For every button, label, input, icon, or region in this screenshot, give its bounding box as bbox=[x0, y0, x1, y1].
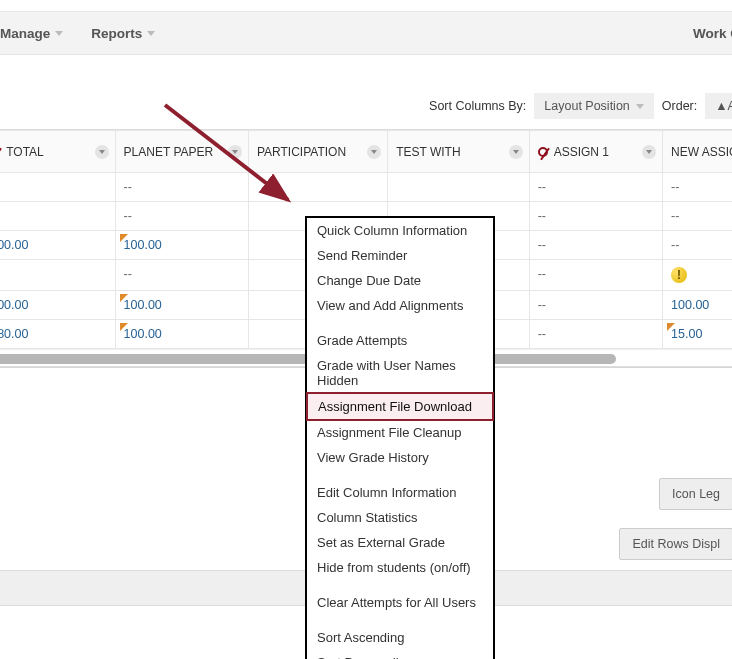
needs-grading-icon bbox=[120, 323, 128, 331]
grade-cell[interactable] bbox=[248, 173, 387, 202]
sort-controls: Sort Columns By: Layout Position Order: … bbox=[0, 55, 732, 129]
column-label: PARTICIPATION bbox=[257, 145, 346, 159]
column-header[interactable]: NEW ASSIGNMENT bbox=[663, 131, 732, 173]
menu-item[interactable]: Grade Attempts bbox=[307, 328, 493, 353]
column-header[interactable]: ASSIGN 1 bbox=[529, 131, 662, 173]
menu-item[interactable]: Assignment File Cleanup bbox=[307, 420, 493, 445]
grade-cell[interactable]: 100.00 bbox=[115, 231, 248, 260]
menu-item[interactable]: Send Reminder bbox=[307, 243, 493, 268]
grade-cell[interactable]: ! bbox=[663, 260, 732, 291]
order-label: Order: bbox=[662, 99, 697, 113]
grade-cell[interactable]: 15.00 bbox=[663, 320, 732, 349]
chevron-down-icon[interactable] bbox=[642, 145, 656, 159]
edit-rows-button[interactable]: Edit Rows Displ bbox=[619, 528, 732, 560]
menu-item[interactable]: Sort Ascending bbox=[307, 625, 493, 650]
column-label: TOTAL bbox=[6, 145, 44, 159]
needs-grading-icon bbox=[120, 294, 128, 302]
needs-grading-icon bbox=[667, 323, 675, 331]
grade-cell[interactable]: -- bbox=[663, 231, 732, 260]
grade-cell[interactable]: -- bbox=[0, 260, 115, 291]
column-context-menu: Quick Column InformationSend ReminderCha… bbox=[305, 216, 495, 659]
chevron-down-icon[interactable] bbox=[228, 145, 242, 159]
grade-cell[interactable]: -- bbox=[529, 291, 662, 320]
grade-cell[interactable]: 100.00 bbox=[663, 291, 732, 320]
graded-column-icon bbox=[538, 147, 548, 157]
grade-cell[interactable]: -- bbox=[529, 260, 662, 291]
grade-cell[interactable]: -- bbox=[115, 202, 248, 231]
chevron-down-icon[interactable] bbox=[367, 145, 381, 159]
menu-item[interactable]: Assignment File Download bbox=[306, 392, 494, 421]
chevron-down-icon bbox=[147, 31, 155, 36]
menu-work-offline[interactable]: Work Offline bbox=[693, 26, 732, 41]
grade-cell[interactable]: 100.00 bbox=[115, 320, 248, 349]
grade-cell[interactable]: 180.00 bbox=[0, 320, 115, 349]
column-header[interactable]: TOTAL bbox=[0, 131, 115, 173]
grade-cell[interactable]: -- bbox=[0, 202, 115, 231]
menu-item[interactable]: Column Statistics bbox=[307, 505, 493, 530]
chevron-down-icon bbox=[55, 31, 63, 36]
grade-cell[interactable]: -- bbox=[529, 231, 662, 260]
menu-item[interactable]: Grade with User Names Hidden bbox=[307, 353, 493, 393]
toolbar: Manage Reports Work Offline bbox=[0, 11, 732, 55]
grade-cell[interactable]: -- bbox=[0, 173, 115, 202]
sort-label: Sort Columns By: bbox=[429, 99, 526, 113]
menu-manage[interactable]: Manage bbox=[0, 26, 63, 41]
chevron-down-icon[interactable] bbox=[509, 145, 523, 159]
column-label: ASSIGN 1 bbox=[554, 145, 609, 159]
grade-cell[interactable]: -- bbox=[529, 202, 662, 231]
menu-item[interactable]: View Grade History bbox=[307, 445, 493, 470]
column-header[interactable]: PLANET PAPER bbox=[115, 131, 248, 173]
menu-item[interactable]: Hide from students (on/off) bbox=[307, 555, 493, 580]
grade-cell[interactable]: 200.00 bbox=[0, 291, 115, 320]
grade-cell[interactable]: -- bbox=[529, 173, 662, 202]
needs-grading-icon bbox=[120, 234, 128, 242]
menu-item[interactable]: Edit Column Information bbox=[307, 480, 493, 505]
menu-item[interactable]: Sort Descending bbox=[307, 650, 493, 659]
sort-select[interactable]: Layout Position bbox=[534, 93, 653, 119]
column-label: PLANET PAPER bbox=[124, 145, 214, 159]
help-text: … bbox=[0, 0, 732, 11]
grade-cell[interactable]: 100.00 bbox=[0, 231, 115, 260]
menu-item[interactable]: Set as External Grade bbox=[307, 530, 493, 555]
column-label: NEW ASSIGNMENT bbox=[671, 145, 732, 159]
attention-icon: ! bbox=[671, 267, 687, 283]
grade-cell[interactable]: -- bbox=[663, 202, 732, 231]
table-row: -------- bbox=[0, 173, 732, 202]
grade-cell[interactable] bbox=[388, 173, 530, 202]
column-header[interactable]: TEST WITH bbox=[388, 131, 530, 173]
column-label: TEST WITH bbox=[396, 145, 460, 159]
menu-item[interactable]: Change Due Date bbox=[307, 268, 493, 293]
chevron-down-icon[interactable] bbox=[95, 145, 109, 159]
grade-cell[interactable]: -- bbox=[115, 260, 248, 291]
order-select[interactable]: ▲Ascending bbox=[705, 93, 732, 119]
grade-cell[interactable]: -- bbox=[115, 173, 248, 202]
grade-cell[interactable]: 100.00 bbox=[115, 291, 248, 320]
menu-item[interactable]: Clear Attempts for All Users bbox=[307, 590, 493, 615]
grade-cell[interactable]: -- bbox=[663, 173, 732, 202]
grade-cell[interactable]: -- bbox=[529, 320, 662, 349]
icon-legend-button[interactable]: Icon Leg bbox=[659, 478, 732, 510]
menu-item[interactable]: Quick Column Information bbox=[307, 218, 493, 243]
menu-reports[interactable]: Reports bbox=[91, 26, 155, 41]
menu-item[interactable]: View and Add Alignments bbox=[307, 293, 493, 318]
chevron-down-icon bbox=[636, 104, 644, 109]
column-header[interactable]: PARTICIPATION bbox=[248, 131, 387, 173]
